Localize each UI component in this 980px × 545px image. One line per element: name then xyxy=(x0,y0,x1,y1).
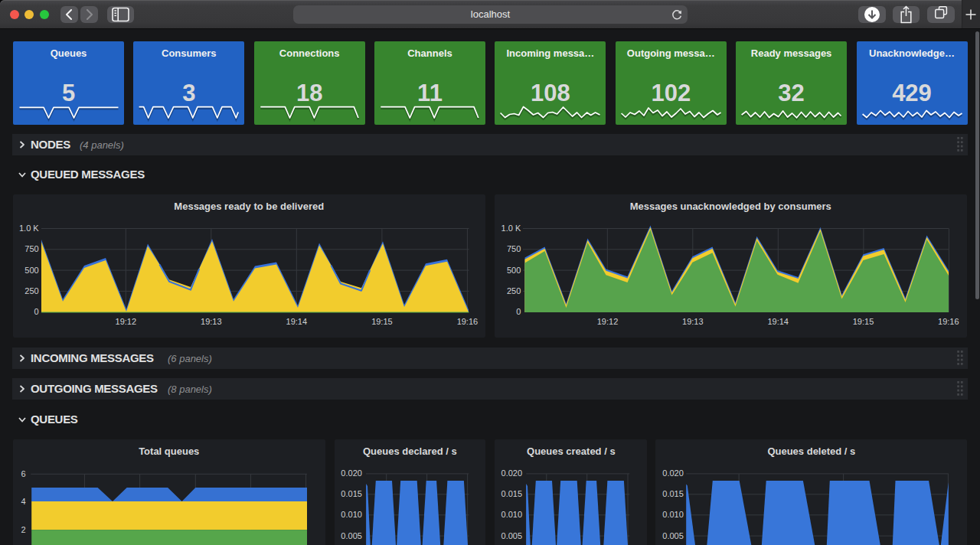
svg-text:19:12: 19:12 xyxy=(116,317,137,326)
svg-text:0.020: 0.020 xyxy=(662,468,684,478)
svg-text:0.005: 0.005 xyxy=(341,531,362,540)
svg-text:19:13: 19:13 xyxy=(201,317,222,326)
svg-text:19:15: 19:15 xyxy=(371,317,393,326)
svg-text:2: 2 xyxy=(21,525,25,534)
svg-text:250: 250 xyxy=(24,286,38,295)
svg-text:4: 4 xyxy=(21,497,25,506)
svg-text:500: 500 xyxy=(506,266,520,275)
svg-text:0.010: 0.010 xyxy=(341,510,362,519)
svg-text:500: 500 xyxy=(24,266,38,275)
svg-text:1.0 K: 1.0 K xyxy=(19,224,39,233)
svg-text:19:14: 19:14 xyxy=(767,317,789,326)
svg-text:6: 6 xyxy=(21,469,25,478)
svg-text:0: 0 xyxy=(34,307,39,316)
svg-text:0.010: 0.010 xyxy=(501,510,523,519)
svg-text:19:16: 19:16 xyxy=(457,317,479,326)
svg-text:0.020: 0.020 xyxy=(341,468,362,478)
svg-text:0: 0 xyxy=(516,307,521,316)
svg-text:19:14: 19:14 xyxy=(286,317,308,326)
svg-text:750: 750 xyxy=(506,244,520,253)
svg-text:250: 250 xyxy=(506,286,520,295)
svg-text:0.015: 0.015 xyxy=(501,489,523,498)
svg-text:1.0 K: 1.0 K xyxy=(501,224,521,233)
svg-text:19:12: 19:12 xyxy=(596,317,618,326)
svg-text:19:13: 19:13 xyxy=(682,317,704,326)
svg-text:750: 750 xyxy=(24,244,38,253)
svg-text:19:16: 19:16 xyxy=(938,317,959,326)
svg-text:0.020: 0.020 xyxy=(501,468,523,478)
svg-text:0.015: 0.015 xyxy=(341,489,362,498)
svg-text:0.005: 0.005 xyxy=(501,531,523,540)
svg-text:19:15: 19:15 xyxy=(852,317,874,326)
svg-text:0.005: 0.005 xyxy=(662,531,684,540)
svg-text:0.015: 0.015 xyxy=(662,489,684,498)
svg-text:0.010: 0.010 xyxy=(662,510,684,519)
